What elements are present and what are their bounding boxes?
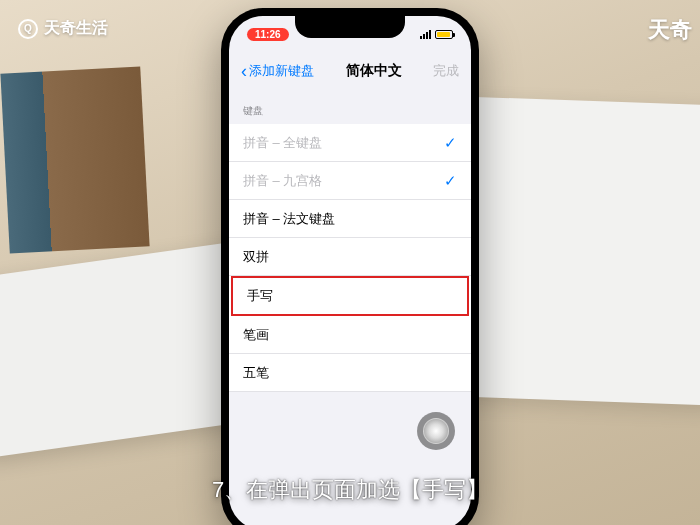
background-books <box>0 66 149 253</box>
check-icon: ✓ <box>444 134 457 152</box>
phone-screen: 11:26 ‹ 添加新键盘 简体中文 完成 键盘 拼音 – 全键盘 ✓ 拼音 –… <box>229 16 471 525</box>
check-icon: ✓ <box>444 172 457 190</box>
list-item-label: 拼音 – 九宫格 <box>243 172 322 190</box>
tutorial-caption: 7、在弹出页面加选【手写】 <box>212 475 488 505</box>
back-label: 添加新键盘 <box>249 62 314 80</box>
list-item-bihua[interactable]: 笔画 <box>229 316 471 354</box>
list-item-shuangpin[interactable]: 双拼 <box>229 238 471 276</box>
page-title: 简体中文 <box>346 62 402 80</box>
list-item-pinyin-french[interactable]: 拼音 – 法文键盘 <box>229 200 471 238</box>
list-item-label: 拼音 – 法文键盘 <box>243 210 335 228</box>
list-item-label: 拼音 – 全键盘 <box>243 134 322 152</box>
assistive-touch-button[interactable] <box>417 412 455 450</box>
keyboard-list: 拼音 – 全键盘 ✓ 拼音 – 九宫格 ✓ 拼音 – 法文键盘 双拼 手写 笔画… <box>229 124 471 392</box>
watermark-left: Q 天奇生活 <box>18 18 108 39</box>
watermark-left-text: 天奇生活 <box>44 18 108 39</box>
phone-notch <box>295 16 405 38</box>
list-item-pinyin-9grid[interactable]: 拼音 – 九宫格 ✓ <box>229 162 471 200</box>
watermark-icon: Q <box>18 19 38 39</box>
nav-bar: ‹ 添加新键盘 简体中文 完成 <box>229 52 471 90</box>
list-item-label: 双拼 <box>243 248 269 266</box>
status-time: 11:26 <box>247 28 289 41</box>
list-item-label: 手写 <box>247 287 273 305</box>
assistive-touch-icon <box>423 418 449 444</box>
list-item-pinyin-full[interactable]: 拼音 – 全键盘 ✓ <box>229 124 471 162</box>
list-item-handwriting[interactable]: 手写 <box>231 276 469 316</box>
status-right <box>420 30 453 39</box>
done-button[interactable]: 完成 <box>433 62 459 80</box>
list-item-wubi[interactable]: 五笔 <box>229 354 471 392</box>
battery-icon <box>435 30 453 39</box>
list-item-label: 笔画 <box>243 326 269 344</box>
phone-frame: 11:26 ‹ 添加新键盘 简体中文 完成 键盘 拼音 – 全键盘 ✓ 拼音 –… <box>221 8 479 525</box>
section-header: 键盘 <box>229 90 471 124</box>
list-item-label: 五笔 <box>243 364 269 382</box>
chevron-left-icon: ‹ <box>241 62 247 80</box>
signal-icon <box>420 30 431 39</box>
back-button[interactable]: ‹ 添加新键盘 <box>241 62 314 80</box>
watermark-right: 天奇 <box>648 15 692 45</box>
